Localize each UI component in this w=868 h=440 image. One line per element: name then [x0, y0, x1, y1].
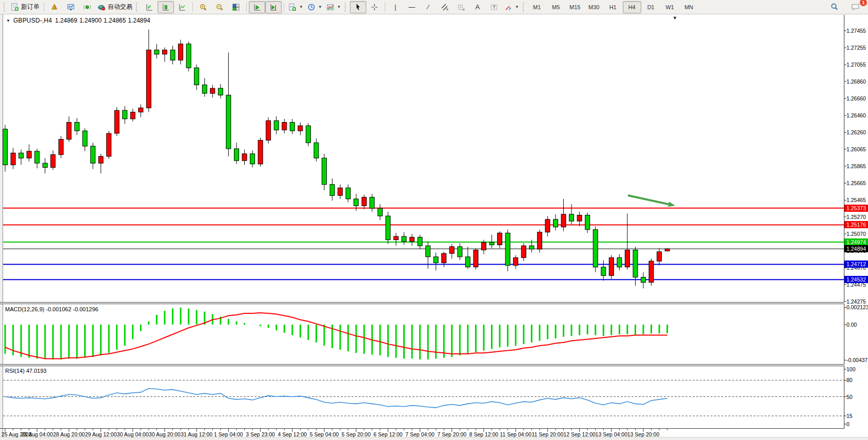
fibonacci-button[interactable]: F [453, 1, 469, 13]
chart-title: ▼ GBPUSD-,H4 1.24869 1.24900 1.24865 1.2… [6, 17, 150, 24]
toolbar-grip[interactable] [345, 3, 348, 12]
horizontal-line-button[interactable]: — [404, 1, 420, 13]
signals-button[interactable] [79, 1, 95, 13]
timeframe-button-h1[interactable]: H1 [604, 1, 622, 13]
market-watch-icon [67, 3, 75, 11]
periods-button[interactable]: ▼ [305, 1, 324, 13]
price-tick-label: 1.24475 [846, 282, 866, 288]
price-line-tag: 1.24894 [844, 245, 868, 252]
macd-tick-label: 0.002123 [846, 304, 868, 310]
indicators-button[interactable]: ▼ [286, 1, 305, 13]
zoom-out-icon [215, 3, 224, 11]
ohlc-open: 1.24869 [55, 17, 77, 24]
timeframe-button-m15[interactable]: M15 [566, 1, 584, 13]
auto-scroll-button[interactable] [249, 1, 265, 13]
text-icon: A [475, 3, 480, 11]
notifications-button[interactable]: 1 [847, 1, 864, 13]
chevron-down-icon: ▼ [515, 5, 519, 9]
timeframe-button-m30[interactable]: M30 [585, 1, 603, 13]
timeframe-button-h4[interactable]: H4 [623, 1, 641, 13]
price-line-tag: 1.24974 [844, 238, 868, 246]
new-order-icon [11, 3, 19, 11]
search-button[interactable] [826, 1, 842, 13]
ohlc-low: 1.24865 [104, 17, 126, 24]
toolbar-grip[interactable] [136, 3, 140, 12]
templates-button[interactable]: ▼ [324, 1, 343, 13]
collapse-arrow-icon[interactable]: ▼ [6, 18, 10, 23]
vertical-line-icon: | [394, 3, 396, 11]
rsi-tick-label: 100 [846, 366, 856, 372]
price-tick-label: 1.25465 [846, 197, 866, 203]
svg-text:T: T [492, 5, 496, 10]
toolbar-grip[interactable] [523, 3, 526, 12]
chevron-down-icon: ▼ [337, 5, 341, 9]
price-tick-label: 1.26065 [846, 146, 866, 152]
tile-windows-icon [232, 3, 240, 11]
toolbar: 新订单 自动交易 [0, 0, 868, 14]
template-icon [326, 3, 334, 11]
market-watch-button[interactable] [63, 1, 79, 13]
chart-shift-button[interactable] [265, 1, 282, 13]
vertical-line-button[interactable]: | [387, 1, 404, 13]
symbols-button[interactable] [46, 1, 63, 13]
trendline-icon: ∕ [428, 3, 429, 11]
line-chart-icon [178, 3, 186, 11]
equidistant-channel-button[interactable]: E [437, 1, 453, 13]
chart-shift-icon [269, 3, 278, 11]
new-order-button[interactable]: 新订单 [9, 1, 42, 13]
zoom-out-button[interactable] [211, 1, 228, 13]
toolbar-grip[interactable] [4, 3, 7, 12]
bar-chart-button[interactable] [141, 1, 157, 13]
rsi-indicator-label: RSI(14) 47.0193 [5, 368, 47, 374]
price-tick-label: 1.25665 [846, 180, 866, 186]
timeframe-button-m1[interactable]: M1 [528, 1, 546, 13]
price-tick-label: 1.25070 [846, 231, 866, 237]
rsi-tick-label: 0 [846, 421, 850, 427]
auto-trading-icon [97, 3, 106, 11]
price-tick-label: 1.25270 [846, 214, 866, 220]
horizontal-line-icon: — [408, 3, 415, 11]
chart-window[interactable]: ▼ GBPUSD-,H4 1.24869 1.24900 1.24865 1.2… [0, 14, 868, 440]
svg-text:F: F [463, 8, 465, 11]
chart-labels-layer: ▼ GBPUSD-,H4 1.24869 1.24900 1.24865 1.2… [0, 14, 868, 440]
line-chart-button[interactable] [174, 1, 190, 13]
candlestick-chart-button[interactable] [157, 1, 174, 13]
zoom-in-button[interactable] [195, 1, 211, 13]
trendline-button[interactable]: ∕ [420, 1, 437, 13]
chevron-down-icon: ▼ [299, 5, 303, 9]
timeframe-button-m5[interactable]: M5 [547, 1, 565, 13]
new-order-label: 新订单 [21, 3, 40, 11]
window-left-edge [0, 14, 3, 437]
price-tick-label: 1.24275 [846, 298, 866, 305]
fibonacci-icon: F [457, 3, 465, 11]
price-tick-label: 1.27055 [846, 62, 866, 68]
symbol-period-label: GBPUSD-,H4 [13, 17, 52, 24]
auto-trading-label: 自动交易 [108, 3, 132, 11]
timeframe-button-w1[interactable]: W1 [661, 1, 679, 13]
timeframe-button-mn[interactable]: MN [680, 1, 698, 13]
cursor-button[interactable] [350, 1, 366, 13]
zoom-in-icon [199, 3, 207, 11]
chart-shift-marker-icon[interactable]: ▼ [673, 15, 677, 21]
crosshair-button[interactable] [366, 1, 383, 13]
price-line-tag: 1.24532 [844, 276, 868, 283]
tile-windows-button[interactable] [228, 1, 244, 13]
rsi-pane-separator[interactable] [0, 364, 844, 366]
arrows-tool-button[interactable]: ▼ [502, 1, 521, 13]
text-label-icon: T [490, 3, 498, 11]
rsi-tick-label: 50 [846, 394, 853, 400]
macd-tick-label: 0.00 [846, 322, 857, 328]
macd-pane-separator[interactable] [0, 302, 844, 304]
clock-icon [307, 3, 315, 11]
text-label-button[interactable]: T [486, 1, 502, 13]
equidistant-channel-icon: E [441, 3, 449, 11]
text-button[interactable]: A [469, 1, 486, 13]
price-axis-line [844, 15, 844, 429]
bar-chart-icon [145, 3, 153, 11]
auto-trading-button[interactable]: 自动交易 [95, 1, 134, 13]
price-tick-label: 1.27455 [846, 28, 866, 34]
timeframe-button-d1[interactable]: D1 [642, 1, 660, 13]
arrows-tool-icon [504, 3, 512, 11]
macd-indicator-label: MACD(12,26,9) -0.001062 -0.001296 [5, 306, 98, 312]
candlestick-chart-icon [162, 3, 170, 11]
